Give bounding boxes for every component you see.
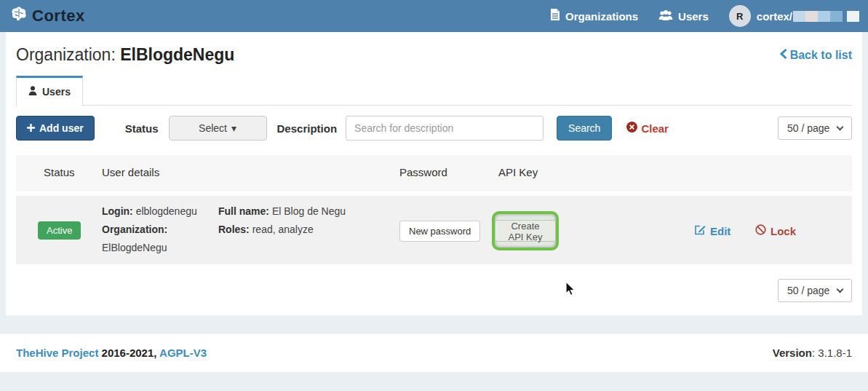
app-window: Cortex Organizations [0,0,868,391]
users-group-icon [658,9,673,23]
column-header-status: Status [44,166,75,178]
file-text-icon [550,9,560,23]
page-size-select-bottom[interactable]: 50 / page [778,279,852,302]
thehive-project-link[interactable]: TheHive Project [16,347,98,359]
back-to-list-label: Back to list [790,49,852,62]
page-title: Organization: ElBlogdeNegu [16,45,234,65]
column-header-api-key: API Key [498,166,538,178]
column-header-password: Password [399,166,447,178]
clear-label: Clear [641,122,669,135]
avatar: R [729,5,751,27]
table-header-row: Status User details Password API Key [16,155,852,191]
table-row: Active Login: elblogdenegu Organization:… [16,196,852,264]
nav-organizations-label: Organizations [565,10,638,23]
footer-credits: TheHive Project 2016-2021, AGPL-V3 [16,347,207,359]
page-title-org: ElBlogdeNegu [120,45,234,64]
create-api-key-button[interactable]: Create API Key [495,220,556,242]
plus-icon [27,122,35,134]
organization-line: Organization: ElBlogdeNegu [102,221,197,257]
redacted-username [793,11,859,22]
edit-link[interactable]: Edit [695,224,730,237]
description-search-input[interactable] [346,116,544,141]
column-header-user-details: User details [102,166,159,178]
version-label: Version [773,347,812,359]
user-details-cell-2: Full name: El Blog de Negu Roles: read, … [218,202,346,239]
search-button[interactable]: Search [557,116,612,141]
footer: TheHive Project 2016-2021, AGPL-V3 Versi… [0,333,868,372]
chevron-left-icon [780,49,787,62]
user-details-cell: Login: elblogdenegu Organization: ElBlog… [102,202,197,257]
filters-toolbar: Add user Status Select ▾ Description Sea… [16,116,852,141]
new-password-button[interactable]: New password [399,221,480,242]
status-select-dropdown[interactable]: Select ▾ [169,116,267,141]
tab-bar: Users [16,75,852,106]
status-filter-label: Status [125,122,159,135]
tab-users-label: Users [42,86,71,98]
ban-icon [755,224,766,237]
top-navbar: Cortex Organizations [0,0,868,32]
circle-x-icon [626,122,637,135]
cortex-logo[interactable]: Cortex [9,6,85,26]
nav-users[interactable]: Users [658,9,709,23]
username-prefix: cortex/ [757,10,792,23]
page-size-select-top[interactable]: 50 / page [778,116,852,140]
login-line: Login: elblogdenegu [102,202,197,221]
nav-users-label: Users [678,10,709,23]
edit-pencil-icon [695,224,706,237]
brand-name: Cortex [32,7,85,25]
back-to-list-link[interactable]: Back to list [780,49,852,62]
fullname-line: Full name: El Blog de Negu [218,202,346,221]
username: cortex/ [757,10,859,23]
highlight-annotation: Create API Key [492,211,559,250]
chevron-down-icon [837,285,844,293]
footer-version: Version: 3.1.8-1 [773,347,852,359]
lock-label: Lock [771,225,796,237]
add-user-label: Add user [39,122,84,134]
add-user-button[interactable]: Add user [16,116,95,141]
chevron-down-icon [837,123,844,130]
status-select-value: Select [199,122,227,134]
footer-years: 2016-2021, [98,347,159,359]
brain-icon [9,6,29,26]
clear-button[interactable]: Clear [626,122,669,135]
caret-down-icon: ▾ [231,122,236,134]
agpl-license-link[interactable]: AGPL-V3 [159,347,207,359]
user-menu[interactable]: R cortex/ [729,5,859,27]
page-size-value-bottom: 50 / page [787,285,829,296]
page-size-value-top: 50 / page [787,122,829,134]
content-card: Organization: ElBlogdeNegu Back to list … [6,32,862,315]
pagination-row: 50 / page [16,279,852,302]
roles-line: Roles: read, analyze [218,221,346,239]
edit-label: Edit [710,225,730,237]
page-title-prefix: Organization: [16,45,120,64]
lock-link[interactable]: Lock [755,224,796,237]
status-badge: Active [38,221,81,240]
user-icon [28,86,37,98]
tab-users[interactable]: Users [16,76,83,106]
nav-organizations[interactable]: Organizations [550,9,638,23]
version-value: : 3.1.8-1 [812,347,852,359]
description-filter-label: Description [277,122,338,135]
